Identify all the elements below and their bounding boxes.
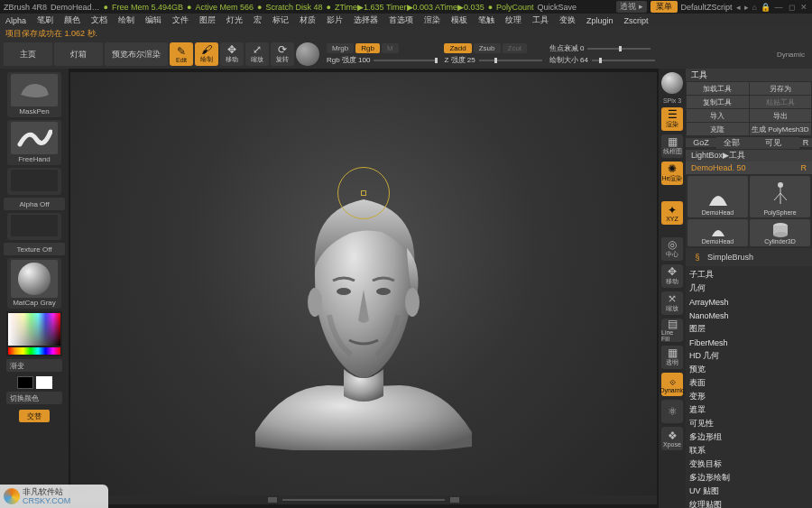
accordion-item[interactable]: HD 几何: [689, 349, 808, 363]
accordion-item[interactable]: ArrayMesh: [689, 295, 808, 309]
accordion-item[interactable]: 可见性: [689, 417, 808, 430]
he-render-button[interactable]: ✺He渲染: [661, 162, 683, 185]
menu-图层[interactable]: 图层: [199, 14, 216, 26]
zcut-chip[interactable]: Zcut: [503, 43, 528, 53]
menu-影片[interactable]: 影片: [327, 14, 343, 26]
accordion-item[interactable]: UV 贴图: [689, 485, 808, 498]
menu-标记[interactable]: 标记: [272, 14, 289, 26]
menu-首选项[interactable]: 首选项: [389, 14, 413, 26]
save-as-button[interactable]: 另存为: [750, 82, 812, 95]
move-canvas-button[interactable]: ✥移动: [661, 264, 683, 288]
menu-工具[interactable]: 工具: [532, 14, 549, 26]
draw-size-slider[interactable]: 绘制大小 64: [549, 55, 655, 65]
texture-picker[interactable]: [7, 213, 61, 240]
wireframe-button[interactable]: ▦线框图: [661, 134, 683, 158]
alternate-button[interactable]: 交替: [19, 410, 50, 422]
brush-picker[interactable]: MaskPen: [7, 72, 61, 117]
xpose-button[interactable]: ❖Xpose: [661, 427, 683, 450]
goz-all-button[interactable]: 全部: [716, 137, 747, 149]
frame-button[interactable]: ◎中心: [661, 237, 683, 261]
color-picker[interactable]: [6, 311, 62, 356]
home-button[interactable]: 主页: [4, 42, 52, 66]
gradient-button[interactable]: 渐变: [6, 359, 62, 372]
menu-纹理[interactable]: 纹理: [505, 14, 521, 26]
accordion-item[interactable]: 图层: [689, 322, 808, 336]
rgb-chip[interactable]: Rgb: [355, 43, 380, 53]
zsub-chip[interactable]: Zsub: [474, 43, 501, 53]
dynamic-button[interactable]: ⟐Dynamic: [661, 373, 683, 396]
move-mode-button[interactable]: ✥移动: [220, 42, 244, 66]
rgb-intensity-slider[interactable]: Rgb 强度 100: [327, 55, 437, 65]
export-button[interactable]: 导出: [750, 109, 812, 122]
swatch-secondary[interactable]: [17, 376, 33, 389]
close-icon[interactable]: ✕: [799, 3, 808, 12]
menu-颜色[interactable]: 颜色: [64, 14, 80, 26]
dynamic-toggle[interactable]: Dynamic: [777, 51, 805, 59]
perspective-toggle[interactable]: 透视 ▸: [616, 1, 647, 13]
accordion-item[interactable]: 纹理贴图: [689, 498, 808, 508]
paste-tool-button[interactable]: 粘贴工具: [750, 96, 812, 108]
color-hue-strip[interactable]: [8, 347, 60, 355]
lightbox-button[interactable]: 灯箱: [54, 42, 103, 66]
rotate-mode-button[interactable]: ⟳旋转: [271, 42, 294, 66]
menu-编辑[interactable]: 编辑: [145, 14, 161, 26]
alpha-picker[interactable]: [7, 168, 61, 195]
default-zscript[interactable]: DefaultZScript: [681, 3, 733, 12]
accordion-item[interactable]: 变形: [689, 390, 808, 403]
accordion-item[interactable]: 几何: [689, 282, 808, 295]
lock-icon[interactable]: 🔒: [761, 3, 770, 12]
menu-渲染[interactable]: 渲染: [424, 14, 440, 26]
render-bpr-button[interactable]: ☰渲染: [661, 107, 683, 131]
accordion-item[interactable]: 多边形组: [689, 430, 808, 444]
import-button[interactable]: 导入: [687, 109, 749, 122]
accordion-item[interactable]: 变换目标: [689, 457, 808, 471]
history-back-icon[interactable]: ◂: [736, 3, 741, 12]
switch-color-button[interactable]: 切换颜色: [6, 392, 62, 404]
scale-mode-button[interactable]: ⤢缩放: [245, 42, 269, 66]
material-preview-sphere[interactable]: [661, 72, 683, 94]
history-fwd-icon[interactable]: ▸: [744, 3, 749, 12]
tool-thumb-demohead[interactable]: DemoHead: [687, 176, 748, 217]
menu-绘制[interactable]: 绘制: [118, 14, 134, 26]
line-fill-button[interactable]: ▤Line Fill: [661, 319, 683, 342]
accordion-item[interactable]: NanoMesh: [689, 309, 808, 322]
menu-模板[interactable]: 模板: [451, 14, 467, 26]
menu-笔刷[interactable]: 笔刷: [37, 14, 53, 26]
draw-mode-button[interactable]: 🖌绘制: [195, 42, 218, 66]
home-icon[interactable]: ⌂: [752, 3, 757, 12]
accordion-item[interactable]: 遮罩: [689, 403, 808, 417]
mrgb-chip[interactable]: Mrgb: [327, 43, 354, 53]
menu-宏[interactable]: 宏: [254, 14, 262, 26]
clone-button[interactable]: 克隆: [687, 123, 749, 135]
alpha-off-button[interactable]: Alpha Off: [4, 198, 65, 210]
z-intensity-slider[interactable]: Z 强度 25: [444, 55, 541, 65]
maximize-icon[interactable]: ◻: [787, 3, 796, 12]
menu-变换[interactable]: 变换: [559, 14, 576, 26]
menu-zplugin[interactable]: Zplugin: [586, 16, 614, 25]
stroke-picker[interactable]: FreeHand: [7, 120, 61, 165]
timeline[interactable]: [70, 495, 657, 504]
menu-选择器[interactable]: 选择器: [354, 14, 378, 26]
accordion-item[interactable]: 表面: [689, 376, 808, 390]
lightbox-tools-button[interactable]: LightBox▶工具: [686, 150, 812, 162]
goz-r-button[interactable]: R: [799, 138, 812, 147]
zadd-chip[interactable]: Zadd: [444, 43, 471, 53]
accordion-item[interactable]: 子工具: [689, 268, 808, 282]
xyz-button[interactable]: ✦XYZ: [661, 201, 683, 225]
menu-文件[interactable]: 文件: [172, 14, 189, 26]
tool-thumb-demohead-2[interactable]: DemoHead: [687, 219, 748, 246]
simplebrush-row[interactable]: § SimpleBrush: [686, 248, 812, 266]
edit-mode-button[interactable]: ✎Edit: [170, 42, 193, 66]
current-material-swatch[interactable]: [296, 42, 319, 66]
viewport[interactable]: [70, 72, 657, 504]
panel-header-tool[interactable]: 工具: [686, 69, 812, 81]
quicksave[interactable]: QuickSave: [538, 3, 577, 12]
minimize-icon[interactable]: —: [774, 3, 783, 12]
menu-灯光[interactable]: 灯光: [226, 14, 243, 26]
menu-材质[interactable]: 材质: [300, 14, 316, 26]
goz-button[interactable]: GoZ: [686, 138, 716, 147]
timeline-prev-icon[interactable]: [268, 497, 277, 503]
accordion-item[interactable]: FiberMesh: [689, 336, 808, 349]
bpr-button[interactable]: 预览布尔渲染: [105, 42, 168, 66]
tool-thumb-cylinder[interactable]: Cylinder3D: [750, 219, 810, 246]
